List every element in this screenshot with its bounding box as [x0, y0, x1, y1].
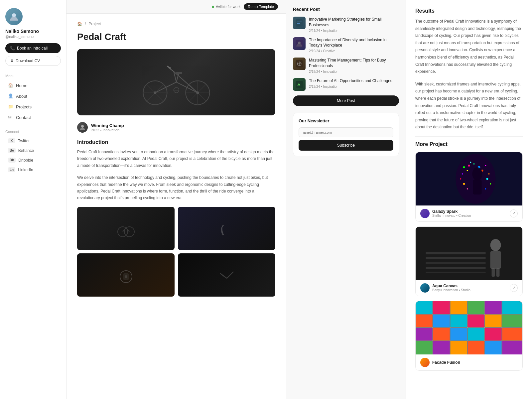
aqua-card-info: Aqua Canvas Banyu Innovation • Studio — [420, 283, 470, 293]
project-card-aqua[interactable]: Aqua Canvas Banyu Innovation • Studio ↗ — [415, 226, 523, 296]
aqua-project-sub: Banyu Innovation • Studio — [432, 288, 470, 292]
facade-project-name: Facade Fusion — [432, 360, 460, 365]
svg-rect-83 — [502, 315, 522, 327]
post-item-1[interactable]: Innovative Marketing Strategies for Smal… — [293, 17, 399, 33]
sidebar-item-home[interactable]: 🏠 Home — [5, 80, 61, 90]
post-item-3[interactable]: Mastering Time Management: Tips for Busy… — [293, 58, 399, 73]
svg-point-30 — [125, 275, 127, 278]
social-dribbble[interactable]: Db Dribbble — [5, 156, 61, 165]
results-text-1: The outcome of Pedal Craft Innovations i… — [415, 18, 523, 75]
svg-point-58 — [467, 188, 468, 190]
social-linkedin[interactable]: Ln LinkedIn — [5, 165, 61, 174]
svg-rect-70 — [496, 268, 500, 277]
author-name: Winning Champ — [91, 123, 124, 128]
sidebar-item-about[interactable]: 👤 About — [5, 91, 61, 101]
post-item-2[interactable]: The Importance of Diversity and Inclusio… — [293, 37, 399, 53]
aqua-card-arrow[interactable]: ↗ — [510, 284, 518, 292]
svg-rect-86 — [451, 328, 467, 340]
svg-rect-76 — [485, 301, 502, 314]
galaxy-project-name: Galaxy Spark — [432, 209, 471, 214]
project-hero-image — [77, 49, 275, 115]
content-area: 🏠 / Project Pedal Craft — [66, 14, 286, 305]
post-info-1: Innovative Marketing Strategies for Smal… — [309, 17, 399, 33]
galaxy-project-sub: Stellar Innovato • Creation — [432, 214, 471, 217]
svg-rect-66 — [426, 272, 486, 273]
svg-point-51 — [488, 173, 490, 175]
mail-icon: ✉ — [8, 115, 13, 120]
svg-line-31 — [220, 273, 227, 278]
social-twitter[interactable]: X Twitter — [5, 136, 61, 145]
grid-image-3 — [77, 253, 175, 297]
book-intro-button[interactable]: 📞 Book an intro call — [5, 43, 61, 53]
svg-rect-72 — [416, 301, 433, 314]
user-icon: 👤 — [8, 93, 13, 99]
svg-line-14 — [174, 71, 198, 93]
download-icon: ⬇ — [10, 59, 14, 63]
phone-icon: 📞 — [10, 46, 15, 51]
svg-rect-100 — [450, 301, 451, 354]
svg-point-44 — [473, 163, 475, 165]
facade-card-info: Facade Fusion — [420, 358, 460, 367]
svg-point-23 — [81, 125, 84, 128]
svg-point-52 — [462, 173, 463, 175]
center-content: Avilble for work Remix Template 🏠 / Proj… — [66, 0, 286, 399]
facade-avatar — [420, 358, 430, 367]
svg-point-50 — [463, 166, 465, 168]
svg-rect-91 — [433, 341, 450, 354]
svg-line-17 — [176, 74, 178, 82]
svg-rect-62 — [426, 252, 486, 254]
grid-image-4 — [178, 253, 275, 297]
newsletter-email-input[interactable] — [299, 127, 393, 137]
author-avatar — [77, 122, 88, 133]
breadcrumb: 🏠 / Project — [77, 22, 275, 26]
svg-rect-33 — [296, 19, 303, 27]
svg-point-19 — [154, 91, 156, 94]
galaxy-card-image — [416, 152, 522, 205]
project-card-facade[interactable]: Facade Fusion — [415, 301, 523, 371]
galaxy-card-info: Galaxy Spark Stellar Innovato • Creation — [420, 209, 471, 218]
menu-label: Menu — [5, 74, 61, 78]
top-bar: Avilble for work Remix Template — [66, 0, 286, 14]
more-post-button[interactable]: More Post — [293, 95, 399, 106]
svg-rect-88 — [485, 328, 502, 340]
svg-rect-80 — [451, 315, 467, 327]
svg-rect-73 — [433, 301, 450, 314]
project-card-galaxy[interactable]: Galaxy Spark Stellar Innovato • Creation… — [415, 152, 523, 222]
facade-card-image — [416, 301, 522, 354]
aqua-card-footer: Aqua Canvas Banyu Innovation • Studio ↗ — [416, 280, 522, 296]
post-thumb-4 — [293, 78, 306, 91]
sidebar-item-projects[interactable]: 📁 Projects — [5, 102, 61, 112]
svg-point-46 — [467, 170, 468, 171]
svg-point-57 — [485, 188, 486, 190]
svg-rect-85 — [433, 328, 450, 340]
svg-point-53 — [486, 178, 488, 180]
svg-line-11 — [155, 82, 176, 93]
intro-text-1: Pedal Craft Innovations invites you to e… — [77, 149, 275, 169]
svg-point-56 — [463, 183, 465, 185]
author-info: Winning Champ 2022 • Innovation — [91, 123, 124, 132]
download-cv-button[interactable]: ⬇ Download CV — [5, 56, 61, 66]
svg-point-48 — [470, 162, 471, 163]
post-thumb-2 — [293, 37, 306, 50]
social-behance[interactable]: Be Behance — [5, 146, 61, 155]
svg-rect-93 — [468, 341, 484, 354]
folder-icon: 📁 — [8, 104, 13, 109]
sidebar-item-contact[interactable]: ✉ Contact — [5, 112, 61, 122]
subscribe-button[interactable]: Subscribe — [299, 140, 393, 151]
author-meta: 2022 • Innovation — [91, 128, 124, 132]
svg-rect-103 — [502, 301, 502, 354]
svg-rect-69 — [492, 268, 495, 277]
post-item-4[interactable]: The Future of AI: Opportunities and Chal… — [293, 78, 399, 91]
availability-status: Avilble for work — [212, 5, 240, 9]
svg-rect-63 — [426, 257, 486, 259]
svg-rect-84 — [416, 328, 433, 340]
avatar — [5, 8, 23, 25]
remix-button[interactable]: Remix Template — [244, 3, 278, 10]
svg-rect-74 — [451, 301, 467, 314]
svg-point-43 — [468, 165, 470, 167]
svg-rect-87 — [468, 328, 484, 340]
svg-rect-18 — [176, 72, 182, 74]
post-info-3: Mastering Time Management: Tips for Busy… — [309, 58, 399, 73]
galaxy-card-arrow[interactable]: ↗ — [510, 209, 518, 217]
facade-card-footer: Facade Fusion — [416, 354, 522, 370]
